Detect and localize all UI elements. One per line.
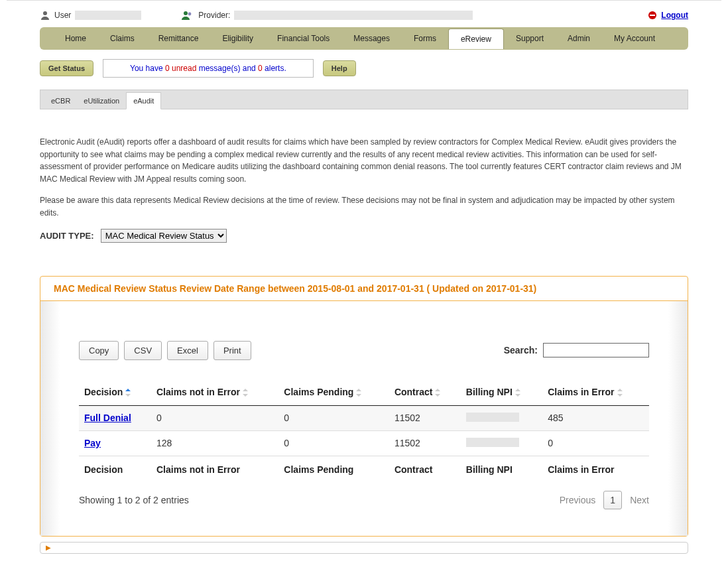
pager-page-1[interactable]: 1 [603, 491, 622, 509]
panel-title: MAC Medical Review Status Review Date Ra… [54, 283, 674, 294]
pager-previous[interactable]: Previous [560, 495, 595, 505]
sub-tabs: eCBR eUtilization eAudit [40, 90, 688, 109]
footer-bar: ▶ [40, 542, 688, 554]
foot-decision: Decision [79, 456, 151, 482]
foot-in-error: Claims in Error [542, 456, 649, 482]
cell-pending: 0 [278, 405, 389, 430]
export-buttons: Copy CSV Excel Print [79, 341, 251, 360]
nav-admin[interactable]: Admin [556, 28, 602, 49]
npi-redacted [466, 438, 519, 447]
msg-alert-count: 0 [258, 64, 263, 73]
msg-pre: You have [130, 64, 165, 73]
subtab-eutilization[interactable]: eUtilization [77, 93, 126, 109]
table-row: Pay 128 0 11502 0 [79, 430, 649, 456]
audit-type-select[interactable]: MAC Medical Review Status [101, 229, 227, 243]
search-label: Search: [504, 345, 538, 355]
copy-button[interactable]: Copy [79, 341, 119, 360]
dt-bottom: Showing 1 to 2 of 2 entries Previous 1 N… [79, 491, 649, 509]
intro-p2: Please be aware this data represents Med… [40, 194, 688, 219]
print-button[interactable]: Print [213, 341, 251, 360]
messages-box: You have 0 unread message(s) and 0 alert… [103, 59, 314, 78]
provider-value-redacted [234, 11, 473, 20]
pager-next[interactable]: Next [630, 495, 649, 505]
provider-label: Provider: [198, 11, 230, 20]
results-table: Decision Claims not in Error Claims Pend… [79, 380, 649, 482]
cell-contract: 11502 [389, 405, 461, 430]
nav-forms[interactable]: Forms [402, 28, 448, 49]
logout-block: Logout [648, 11, 688, 20]
cell-not-err: 128 [151, 430, 278, 456]
logout-link[interactable]: Logout [661, 11, 688, 20]
col-pending[interactable]: Claims Pending [278, 380, 389, 406]
msg-mid1: unread [170, 64, 199, 73]
search-input[interactable] [543, 343, 649, 357]
decision-link[interactable]: Full Denial [84, 413, 131, 423]
subtab-eaudit[interactable]: eAudit [126, 92, 161, 109]
nav-claims[interactable]: Claims [98, 28, 147, 49]
subtab-ecbr[interactable]: eCBR [44, 93, 77, 109]
group-icon [181, 10, 194, 21]
nav-financial-tools[interactable]: Financial Tools [265, 28, 341, 49]
status-row: Get Status You have 0 unread message(s) … [40, 59, 688, 78]
nav-eligibility[interactable]: Eligibility [210, 28, 265, 49]
cell-in-err: 0 [542, 430, 649, 456]
top-bar: User Provider: Logout [7, 0, 721, 27]
col-decision[interactable]: Decision [79, 380, 151, 406]
sort-icon [243, 389, 249, 397]
msg-mid2: message(s) and [199, 64, 258, 73]
user-label: User [54, 11, 71, 20]
user-icon [40, 10, 50, 21]
foot-contract: Contract [389, 456, 461, 482]
csv-button[interactable]: CSV [124, 341, 162, 360]
nav-messages[interactable]: Messages [341, 28, 402, 49]
pager: Previous 1 Next [560, 491, 649, 509]
audit-type-label: AUDIT TYPE: [40, 231, 94, 241]
svg-point-2 [188, 13, 192, 16]
no-entry-icon [648, 11, 657, 20]
col-not-in-error[interactable]: Claims not in Error [151, 380, 278, 406]
sort-asc-icon [125, 389, 132, 397]
svg-point-1 [184, 11, 188, 15]
datatable-card: Copy CSV Excel Print Search: Decision [67, 321, 661, 523]
sort-icon [515, 389, 522, 397]
panel-header: MAC Medical Review Status Review Date Ra… [40, 277, 688, 301]
foot-pending: Claims Pending [278, 456, 389, 482]
search-block: Search: [504, 343, 649, 357]
nav-support[interactable]: Support [504, 28, 556, 49]
sort-icon [356, 389, 363, 397]
nav-home[interactable]: Home [53, 28, 98, 49]
msg-unread-count: 0 [165, 64, 170, 73]
foot-billing-npi: Billing NPI [461, 456, 542, 482]
results-panel: MAC Medical Review Status Review Date Ra… [40, 276, 688, 537]
nav-my-account[interactable]: My Account [602, 28, 667, 49]
decision-link[interactable]: Pay [84, 438, 101, 448]
col-in-error[interactable]: Claims in Error [542, 380, 649, 406]
audit-type-row: AUDIT TYPE: MAC Medical Review Status [40, 229, 688, 243]
msg-post: alerts. [263, 64, 286, 73]
foot-not-in-error: Claims not in Error [151, 456, 278, 482]
user-value-redacted [75, 11, 141, 20]
cell-not-err: 0 [151, 405, 278, 430]
get-status-button[interactable]: Get Status [40, 60, 93, 76]
main-nav: Home Claims Remittance Eligibility Finan… [40, 27, 688, 50]
nav-ereview[interactable]: eReview [448, 29, 504, 49]
sort-icon [617, 389, 624, 397]
arrow-right-icon[interactable]: ▶ [46, 544, 51, 551]
excel-button[interactable]: Excel [167, 341, 208, 360]
table-row: Full Denial 0 0 11502 485 [79, 405, 649, 430]
sort-icon [435, 389, 442, 397]
provider-block: Provider: [181, 10, 473, 21]
cell-npi [461, 430, 542, 456]
col-billing-npi[interactable]: Billing NPI [461, 380, 542, 406]
cell-npi [461, 405, 542, 430]
dt-info: Showing 1 to 2 of 2 entries [79, 495, 189, 505]
nav-remittance[interactable]: Remittance [147, 28, 211, 49]
cell-pending: 0 [278, 430, 389, 456]
help-button[interactable]: Help [323, 60, 356, 76]
intro-text: Electronic Audit (eAudit) reports offer … [40, 136, 688, 220]
npi-redacted [466, 413, 519, 422]
col-contract[interactable]: Contract [389, 380, 461, 406]
cell-contract: 11502 [389, 430, 461, 456]
svg-rect-4 [650, 15, 655, 16]
cell-in-err: 485 [542, 405, 649, 430]
